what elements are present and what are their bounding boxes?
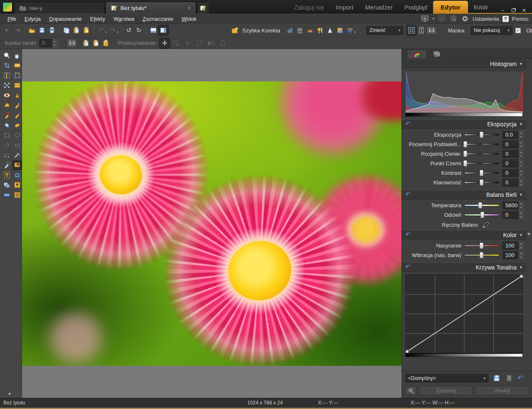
magnetic-lasso-tool[interactable]: [2, 151, 11, 159]
rotate-free-icon[interactable]: ↻: [183, 38, 193, 48]
copy-icon[interactable]: [62, 25, 71, 35]
slider-thumb[interactable]: [480, 179, 483, 186]
shapes-tool[interactable]: [2, 181, 11, 189]
new-document-tab[interactable]: [197, 2, 209, 14]
spiral-tool[interactable]: [13, 191, 22, 199]
iron-smooth-tool[interactable]: [2, 101, 11, 110]
nav-edytor[interactable]: Edytor: [433, 1, 468, 14]
reset-section-icon[interactable]: ↶: [405, 120, 411, 127]
slider-value[interactable]: 0: [502, 179, 518, 186]
tone-curve-editor[interactable]: [405, 274, 523, 357]
text-tool[interactable]: T: [2, 171, 11, 179]
color-header[interactable]: ↶ Kolor ▼: [402, 230, 526, 240]
document-tab-current[interactable]: Bez tytułu* ×: [106, 2, 196, 14]
spinner-down-icon[interactable]: ▼: [518, 183, 523, 186]
levels-icon[interactable]: [295, 25, 305, 35]
menu-efekty[interactable]: Efekty: [86, 15, 109, 23]
white-balance-icon[interactable]: [315, 25, 325, 35]
slider-value[interactable]: 0.0: [502, 131, 518, 139]
preset-select[interactable]: <Domyślny>▾: [405, 374, 488, 382]
help-label[interactable]: Pomoc: [512, 16, 529, 22]
menu-plik[interactable]: Plik: [3, 15, 20, 23]
rect-select-tool[interactable]: [2, 131, 11, 140]
zoom-100-button[interactable]: 1:1: [426, 25, 436, 35]
slider-track[interactable]: [464, 214, 499, 216]
back-arrow-icon[interactable]: [2, 25, 12, 35]
magic-wand-tool[interactable]: [13, 151, 22, 159]
nav-menadżer[interactable]: Menadżer: [359, 1, 399, 14]
print-icon[interactable]: [47, 25, 57, 35]
paste-icon[interactable]: [71, 25, 81, 35]
layout-right-icon[interactable]: [158, 25, 168, 35]
spinner-down-icon[interactable]: ▼: [518, 173, 523, 177]
document-tab-rawy[interactable]: raw-y: [14, 2, 105, 14]
selection-brush-tool[interactable]: [2, 161, 11, 169]
develop-tab[interactable]: [407, 49, 427, 59]
slider-thumb[interactable]: [478, 202, 482, 208]
colors-icon[interactable]: [345, 25, 355, 35]
ratio-button[interactable]: 1:1: [67, 38, 77, 48]
outline-checkbox[interactable]: ✓: [515, 28, 521, 33]
photo-image[interactable]: [22, 81, 401, 366]
quick-fix-icon[interactable]: [230, 25, 240, 35]
save-icon[interactable]: [37, 25, 47, 35]
slider-track[interactable]: [464, 134, 499, 136]
healing-brush-tool[interactable]: [2, 111, 11, 120]
second-monitor-icon[interactable]: 2: [438, 15, 446, 23]
slider-track[interactable]: [464, 172, 499, 174]
rotate-left-icon[interactable]: ↺: [124, 25, 134, 35]
open-folder-icon[interactable]: [27, 25, 37, 35]
spinner-up-icon[interactable]: ▲: [518, 179, 523, 183]
menu-widok[interactable]: Widok: [177, 15, 201, 23]
forward-arrow-icon[interactable]: [12, 25, 22, 35]
slider-thumb[interactable]: [463, 141, 467, 147]
clone-stamp-tool[interactable]: [13, 91, 22, 100]
horizon-tool[interactable]: [13, 81, 22, 90]
spinner-down-icon[interactable]: ▼: [518, 144, 523, 148]
rotate-right-icon[interactable]: ↻: [134, 25, 144, 35]
spinner-down-icon[interactable]: ▼: [518, 255, 523, 259]
histogram-header[interactable]: Histogram ▼: [402, 59, 526, 69]
spinner-down-icon[interactable]: ▼: [518, 206, 523, 209]
sharpen-icon[interactable]: [325, 25, 335, 35]
paste-into-icon[interactable]: [91, 38, 101, 48]
screen-mode-icon[interactable]: [421, 15, 429, 23]
mail-icon[interactable]: [449, 15, 458, 23]
help-icon[interactable]: ?: [502, 16, 509, 22]
slider-thumb[interactable]: [463, 160, 467, 167]
spinner-down-icon[interactable]: ▼: [518, 215, 523, 219]
spinner-up-icon[interactable]: ▲: [518, 150, 523, 154]
straighten-tool[interactable]: [13, 61, 22, 70]
paste-special-icon[interactable]: [81, 25, 91, 35]
slider-track[interactable]: [464, 204, 499, 206]
slider-track[interactable]: [464, 245, 499, 247]
slider-track[interactable]: [464, 153, 499, 155]
slider-thumb[interactable]: [463, 151, 467, 157]
spinner-up-icon[interactable]: ▲: [518, 169, 523, 173]
mask-select[interactable]: Nie pokazuj▾: [471, 26, 512, 35]
zoom-select[interactable]: Zmieść▾: [367, 26, 403, 35]
slider-track[interactable]: [464, 162, 499, 164]
screen-mode-caret-icon[interactable]: ▾: [432, 17, 434, 21]
menu-zaznaczanie[interactable]: Zaznaczanie: [138, 15, 177, 23]
resize-icon[interactable]: [171, 38, 181, 48]
redo-icon[interactable]: ↷: [108, 25, 118, 35]
spinner-down-icon[interactable]: ▼: [518, 135, 523, 139]
paste-outside-icon[interactable]: [101, 38, 111, 48]
batch-settings-tab[interactable]: [427, 49, 447, 59]
exposure-header[interactable]: ↶ Ekspozycja ▼: [402, 119, 526, 129]
quick-fix-label[interactable]: Szybka Korekta: [242, 27, 280, 34]
spinner-down-icon[interactable]: ▼: [518, 246, 523, 250]
menu-warstwa[interactable]: Warstwa: [109, 15, 138, 23]
slider-thumb[interactable]: [480, 242, 483, 249]
nav-import[interactable]: Import: [330, 1, 360, 14]
app-logo-icon[interactable]: [2, 2, 12, 12]
symbol-tool[interactable]: Ω: [13, 171, 22, 179]
close-tab-icon[interactable]: ×: [187, 5, 191, 11]
effects-brush-tool[interactable]: [13, 101, 22, 110]
spinner-down-icon[interactable]: ▼: [518, 154, 523, 158]
curves-rainbow-icon[interactable]: [305, 25, 315, 35]
slider-track[interactable]: [464, 181, 499, 184]
layout-bottom-icon[interactable]: [148, 25, 158, 35]
spinner-up-icon[interactable]: ▲: [518, 141, 523, 144]
